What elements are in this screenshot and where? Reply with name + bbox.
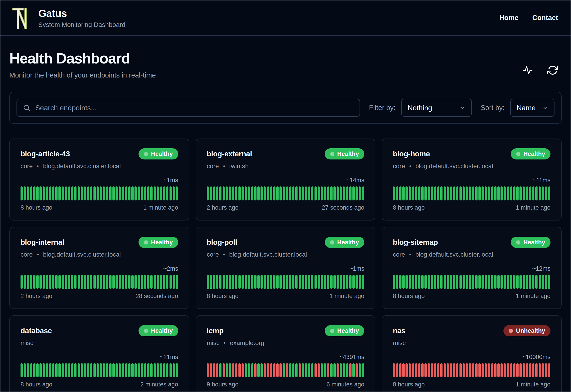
uptime-bar[interactable] [315,363,317,377]
uptime-bar[interactable] [207,275,209,289]
uptime-bar[interactable] [428,363,430,377]
uptime-bar[interactable] [283,186,285,200]
uptime-bar[interactable] [280,275,282,289]
uptime-bar[interactable] [74,186,76,200]
uptime-bar[interactable] [308,363,310,377]
uptime-bar[interactable] [207,186,209,200]
uptime-bar[interactable] [65,275,67,289]
uptime-bar[interactable] [321,186,323,200]
uptime-bar[interactable] [418,363,421,377]
uptime-bar[interactable] [513,275,515,289]
uptime-bar[interactable] [43,363,45,377]
uptime-bar[interactable] [135,275,137,289]
uptime-bar[interactable] [352,186,355,200]
uptime-bar[interactable] [466,363,468,377]
uptime-bar[interactable] [257,275,260,289]
uptime-bar[interactable] [406,275,408,289]
uptime-bar[interactable] [235,186,237,200]
uptime-bar[interactable] [241,363,244,377]
uptime-bar[interactable] [359,275,361,289]
uptime-bar[interactable] [257,363,260,377]
uptime-bar[interactable] [406,363,408,377]
uptime-bar[interactable] [337,186,339,200]
uptime-bar[interactable] [485,363,487,377]
uptime-bar[interactable] [494,363,496,377]
uptime-bar[interactable] [286,363,288,377]
uptime-bar[interactable] [207,363,209,377]
uptime-bar[interactable] [248,275,250,289]
filter-select[interactable]: Nothing [401,99,472,117]
uptime-bar[interactable] [223,363,225,377]
uptime-bar[interactable] [399,186,402,200]
uptime-bar[interactable] [245,186,247,200]
uptime-bar[interactable] [459,363,462,377]
uptime-bar[interactable] [491,275,493,289]
uptime-bar[interactable] [396,275,398,289]
uptime-bar[interactable] [393,275,395,289]
uptime-bar[interactable] [78,186,80,200]
uptime-bar[interactable] [337,363,339,377]
uptime-bar[interactable] [213,186,215,200]
uptime-bar[interactable] [526,363,528,377]
uptime-bar[interactable] [321,275,323,289]
uptime-bar[interactable] [213,275,215,289]
uptime-bar[interactable] [150,275,152,289]
uptime-bar[interactable] [456,363,458,377]
uptime-bar[interactable] [93,275,96,289]
uptime-bar[interactable] [507,363,509,377]
uptime-bar[interactable] [100,275,102,289]
uptime-bar[interactable] [491,186,493,200]
uptime-bar[interactable] [273,186,275,200]
uptime-bar[interactable] [210,275,212,289]
uptime-bar[interactable] [485,186,487,200]
uptime-bar[interactable] [418,186,421,200]
uptime-bar[interactable] [135,186,137,200]
uptime-bar[interactable] [33,275,35,289]
uptime-bar[interactable] [166,275,168,289]
uptime-bar[interactable] [144,275,146,289]
uptime-bar[interactable] [469,186,471,200]
uptime-bar[interactable] [519,275,522,289]
uptime-bar[interactable] [109,363,112,377]
uptime-bar[interactable] [169,363,172,377]
uptime-bar[interactable] [463,363,465,377]
uptime-bar[interactable] [434,275,436,289]
uptime-bar[interactable] [507,186,509,200]
uptime-bar[interactable] [33,186,35,200]
uptime-bar[interactable] [523,186,525,200]
uptime-bar[interactable] [248,363,250,377]
uptime-bar[interactable] [440,275,443,289]
uptime-bar[interactable] [346,275,348,289]
uptime-bar[interactable] [30,363,32,377]
uptime-bar[interactable] [68,363,70,377]
uptime-bar[interactable] [529,363,531,377]
uptime-bar[interactable] [532,275,534,289]
uptime-bar[interactable] [52,275,54,289]
uptime-bar[interactable] [103,186,105,200]
uptime-bar[interactable] [270,363,272,377]
uptime-bar[interactable] [40,186,42,200]
uptime-bar[interactable] [340,186,342,200]
uptime-bar[interactable] [147,186,150,200]
uptime-bar[interactable] [163,186,165,200]
uptime-bar[interactable] [548,363,550,377]
uptime-bar[interactable] [176,186,178,200]
uptime-bar[interactable] [55,275,58,289]
uptime-bar[interactable] [535,186,538,200]
endpoint-card[interactable]: databaseHealthymisc~21ms8 hours ago2 min… [9,315,189,392]
uptime-bar[interactable] [169,186,172,200]
uptime-bar[interactable] [93,363,96,377]
uptime-bar[interactable] [437,275,439,289]
uptime-bar[interactable] [71,186,73,200]
uptime-bar[interactable] [122,363,124,377]
uptime-bar[interactable] [20,275,23,289]
uptime-bar[interactable] [119,363,121,377]
uptime-bar[interactable] [337,275,339,289]
uptime-bar[interactable] [402,186,405,200]
uptime-bar[interactable] [49,363,51,377]
uptime-bar[interactable] [343,186,345,200]
uptime-bar[interactable] [248,186,250,200]
uptime-bar[interactable] [131,186,134,200]
uptime-bar[interactable] [52,363,54,377]
uptime-bar[interactable] [494,186,496,200]
